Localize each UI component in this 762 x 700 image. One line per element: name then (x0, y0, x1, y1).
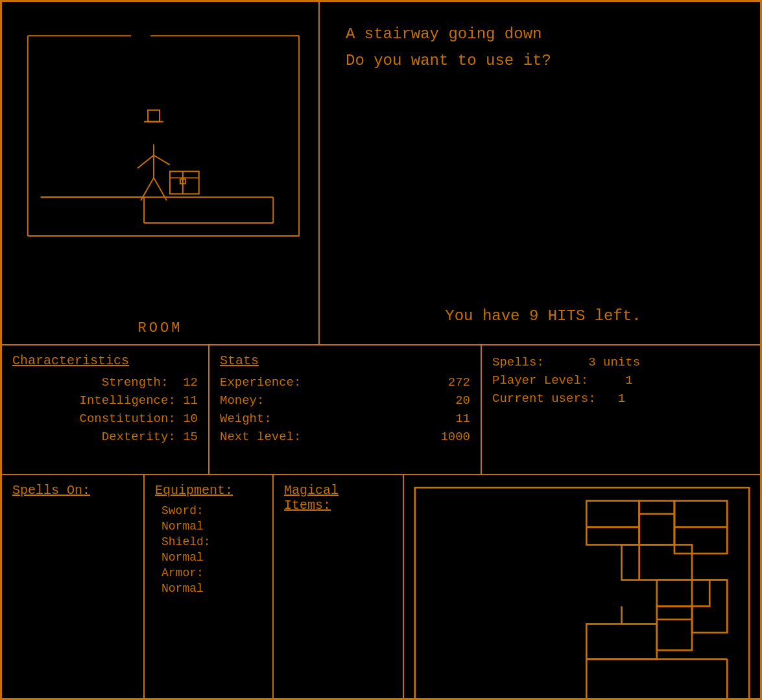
message-text: A stairway going down Do you want to use… (346, 21, 741, 75)
svg-line-15 (154, 156, 170, 165)
intelligence-row: Intelligence: 11 (12, 391, 198, 410)
svg-rect-29 (622, 544, 693, 579)
map-panel: svg line { stroke: #c87000; stroke-width… (404, 475, 760, 700)
equipment-title: Equipment: (155, 483, 262, 498)
spells-title: Spells On: (12, 483, 133, 498)
sword-value: Normal (155, 519, 262, 534)
constitution-row: Constitution: 10 (12, 410, 198, 428)
stats-title: Stats (220, 353, 470, 368)
svg-rect-25 (586, 527, 639, 544)
strength-row: Strength: 12 (12, 373, 198, 391)
room-panel: ROOM (2, 2, 320, 344)
armor-value: Normal (155, 581, 262, 596)
money-label: Money: (220, 393, 418, 408)
message-line2: Do you want to use it? (346, 48, 741, 75)
bottom-row: Spells On: Equipment: Sword: Normal Shie… (2, 475, 760, 700)
next-level-value: 1000 (418, 430, 470, 444)
game-window: ROOM A stairway going down Do you want t… (0, 0, 762, 700)
mid-row: Characteristics Strength: 12 Intelligenc… (2, 345, 760, 475)
money-value: 20 (418, 393, 470, 408)
right-stats-panel: Spells: 3 units Player Level: 1 Current … (482, 345, 760, 474)
magical-panel: Magical Items: (274, 475, 403, 700)
svg-line-14 (137, 156, 154, 169)
experience-label: Experience: (220, 375, 418, 390)
svg-rect-12 (148, 110, 160, 122)
svg-rect-36 (586, 624, 657, 659)
experience-value: 272 (418, 375, 470, 390)
hits-message: You have 9 HITS left. (346, 307, 741, 331)
experience-row: Experience: 272 (220, 373, 470, 391)
weight-label: Weight: (220, 412, 418, 426)
characteristics-title: Characteristics (12, 353, 198, 368)
next-level-label: Next level: (220, 430, 418, 444)
shield-label: Shield: (155, 534, 262, 550)
money-row: Money: 20 (220, 391, 470, 410)
shield-value: Normal (155, 550, 262, 565)
top-row: ROOM A stairway going down Do you want t… (2, 2, 760, 345)
current-users-row: Current users: 1 (492, 390, 750, 408)
dexterity-row: Dexterity: 15 (12, 428, 198, 446)
message-panel: A stairway going down Do you want to use… (320, 2, 760, 344)
player-level-row: Player Level: 1 (492, 371, 750, 390)
svg-rect-23 (586, 501, 639, 528)
room-graphic (2, 2, 318, 315)
spells-panel: Spells On: (2, 475, 145, 700)
spells-row: Spells: 3 units (492, 353, 750, 371)
svg-rect-18 (170, 171, 199, 194)
stats-panel: Stats Experience: 272 Money: 20 Weight: … (209, 345, 482, 474)
weight-row: Weight: 11 (220, 410, 470, 428)
weight-value: 11 (418, 412, 470, 426)
svg-rect-22 (415, 487, 749, 700)
next-level-row: Next level: 1000 (220, 428, 470, 446)
equipment-panel: Equipment: Sword: Normal Shield: Normal … (145, 475, 274, 700)
magical-title: Magical Items: (284, 483, 392, 513)
svg-rect-34 (657, 606, 692, 650)
svg-point-10 (142, 121, 165, 145)
minimap-svg: svg line { stroke: #c87000; stroke-width… (411, 482, 754, 700)
room-label: ROOM (138, 320, 183, 336)
equipment-magical-panel: Equipment: Sword: Normal Shield: Normal … (145, 475, 404, 700)
armor-label: Armor: (155, 565, 262, 581)
sword-label: Sword: (155, 503, 262, 519)
svg-rect-30 (657, 580, 709, 607)
characteristics-panel: Characteristics Strength: 12 Intelligenc… (2, 345, 209, 474)
message-line1: A stairway going down (346, 21, 741, 48)
svg-rect-24 (639, 501, 674, 545)
